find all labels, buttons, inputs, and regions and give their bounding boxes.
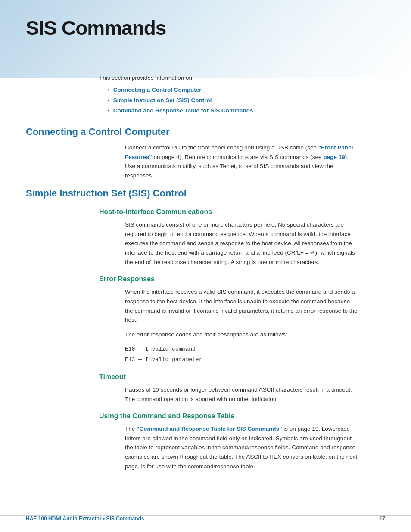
bullet-1: Connecting a Control Computer: [108, 86, 385, 94]
intro-bullets: Connecting a Control Computer Simple Ins…: [108, 86, 385, 115]
error-code-e10: E10 — Invalid command: [125, 344, 385, 354]
heading-host-interface: Host-to-Interface Communications: [99, 208, 385, 216]
heading-connecting: Connecting a Control Computer: [26, 126, 385, 138]
link-connecting[interactable]: Connecting a Control Computer: [113, 86, 202, 94]
page-title: SIS Commands: [26, 17, 385, 39]
heading-sis-control: Simple Instruction Set (SIS) Control: [26, 187, 385, 200]
bullet-2: Simple Instruction Set (SIS) Control: [108, 96, 385, 105]
error-responses-body-2: The error response codes and their descr…: [125, 330, 359, 339]
link-command-table[interactable]: Command and Response Table for SIS Comma…: [113, 106, 253, 115]
link-command-response-table[interactable]: "Command and Response Table for SIS Comm…: [137, 426, 282, 432]
error-responses-body-1: When the interface receives a valid SIS …: [125, 287, 359, 324]
heading-error-responses: Error Responses: [99, 275, 385, 283]
link-front-panel-features[interactable]: "Front Panel Features": [125, 144, 353, 160]
using-table-body: The "Command and Response Table for SIS …: [125, 424, 359, 471]
heading-using-table: Using the Command and Response Table: [99, 412, 385, 420]
page-container: SIS Commands This section provides infor…: [0, 0, 411, 532]
footer-page-number: 17: [380, 516, 385, 522]
link-sis-control[interactable]: Simple Instruction Set (SIS) Control: [113, 96, 212, 105]
host-interface-body: SIS commands consist of one or more char…: [125, 220, 359, 267]
content-wrapper: SIS Commands This section provides infor…: [0, 0, 411, 502]
error-codes: E10 — Invalid command E13 — Invalid para…: [125, 344, 385, 364]
timeout-body: Pauses of 10 seconds or longer between c…: [125, 385, 359, 404]
bullet-3: Command and Response Table for SIS Comma…: [108, 106, 385, 115]
heading-timeout: Timeout: [99, 373, 385, 381]
footer-title: HAE 100 HDMI Audio Extractor • SIS Comma…: [26, 516, 144, 522]
error-code-e13: E13 — Invalid parameter: [125, 355, 385, 364]
intro-lead: This section provides information on:: [99, 74, 385, 82]
connecting-body: Connect a control PC to the front panel …: [125, 143, 359, 180]
page-footer: HAE 100 HDMI Audio Extractor • SIS Comma…: [0, 515, 411, 522]
link-page-19[interactable]: page 19: [323, 154, 345, 160]
return-symbol: ↵: [310, 249, 315, 258]
